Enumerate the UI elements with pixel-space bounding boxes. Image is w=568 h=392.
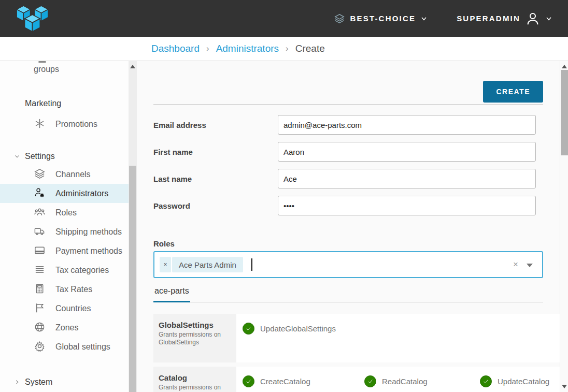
- password-field[interactable]: [278, 196, 536, 215]
- password-label: Password: [153, 201, 278, 210]
- username: SUPERADMIN: [457, 14, 520, 23]
- nav-label: Administrators: [55, 189, 108, 198]
- nav-label: Countries: [55, 304, 91, 313]
- checked-toggle-icon[interactable]: [480, 375, 492, 387]
- clear-selection-icon[interactable]: ×: [513, 259, 518, 270]
- nav-label: Promotions: [55, 120, 97, 128]
- sidebar-item-promotions[interactable]: Promotions: [0, 114, 129, 134]
- nav-label: Channels: [55, 170, 91, 179]
- email-field[interactable]: [278, 115, 536, 135]
- checked-toggle-icon[interactable]: [243, 375, 254, 387]
- sidebar-item-shipping-methods[interactable]: Shipping methods: [0, 222, 129, 241]
- dropdown-arrow-icon[interactable]: [527, 264, 533, 267]
- section-system[interactable]: System: [0, 377, 129, 387]
- form-row-first-name: First name: [153, 142, 543, 162]
- main-scrollbar-thumb[interactable]: [561, 70, 568, 155]
- sidebar-item-global-settings[interactable]: Global settings: [0, 337, 129, 356]
- breadcrumb-current: Create: [295, 43, 325, 54]
- chevron-down-icon: [545, 15, 552, 22]
- permission-update-catalog: UpdateCatalog: [480, 375, 560, 387]
- scroll-up-icon[interactable]: [130, 65, 135, 68]
- divider: [153, 104, 543, 105]
- section-label: System: [25, 378, 52, 386]
- sidebar-item-countries[interactable]: Countries: [0, 299, 129, 318]
- flag-icon: [34, 302, 46, 314]
- chevron-down-icon: [13, 153, 21, 160]
- chevron-down-icon: [420, 15, 428, 22]
- channel-switcher[interactable]: BEST-CHOICE: [334, 13, 428, 24]
- last-name-field[interactable]: [278, 169, 536, 188]
- sidebar-scrollbar[interactable]: [129, 61, 137, 392]
- truck-icon: [34, 225, 46, 237]
- breadcrumb: Dashboard › Administrators › Create: [0, 37, 568, 61]
- sidebar-scrollbar-thumb[interactable]: [129, 166, 136, 392]
- permission-items-cell: UpdateGlobalSettings: [236, 314, 560, 362]
- channel-layers-icon: [334, 13, 345, 24]
- text-caret: [251, 258, 252, 271]
- breadcrumb-separator: ›: [206, 43, 209, 54]
- breadcrumb-dashboard[interactable]: Dashboard: [151, 43, 200, 54]
- sidebar-item-zones[interactable]: Zones: [0, 318, 129, 337]
- nav-label: Roles: [55, 208, 77, 217]
- permission-items-cell: CreateCatalog ReadCatalog UpdateCatalog: [236, 367, 560, 392]
- tab-ace-parts[interactable]: ace-parts: [153, 286, 190, 302]
- permission-row-globalsettings: GlobalSettings Grants permissions on Glo…: [153, 314, 543, 362]
- permission-group-description: Grants permissions on Products, Facets: [159, 384, 231, 392]
- checked-toggle-icon[interactable]: [364, 375, 376, 387]
- scroll-down-icon[interactable]: [562, 385, 567, 388]
- roles-multiselect[interactable]: × Ace Parts Admin ×: [153, 251, 543, 278]
- permission-label: UpdateCatalog: [498, 377, 549, 386]
- nav-label: Global settings: [55, 342, 110, 351]
- permission-read-catalog: ReadCatalog: [364, 375, 480, 387]
- user-icon: [525, 11, 541, 26]
- sidebar-item-payment-methods[interactable]: Payment methods: [0, 241, 129, 260]
- nav-label: Tax categories: [55, 266, 109, 274]
- first-name-label: First name: [153, 148, 278, 156]
- remove-role-icon[interactable]: ×: [160, 257, 171, 272]
- section-label: Settings: [25, 152, 55, 161]
- section-label: Marketing: [25, 99, 61, 108]
- main-scrollbar[interactable]: [560, 61, 568, 392]
- nav-label: Payment methods: [55, 246, 122, 255]
- permission-create-catalog: CreateCatalog: [243, 375, 364, 387]
- permission-label: UpdateGlobalSettings: [260, 324, 336, 333]
- chevron-right-icon: [13, 379, 21, 386]
- checked-toggle-icon[interactable]: [243, 323, 254, 335]
- permission-row-catalog: Catalog Grants permissions on Products, …: [153, 367, 543, 392]
- clipped-icon: [38, 61, 46, 63]
- breadcrumb-administrators[interactable]: Administrators: [216, 43, 279, 54]
- roles-label: Roles: [153, 239, 543, 248]
- globe-icon: [34, 321, 46, 333]
- section-marketing[interactable]: Marketing: [0, 98, 129, 109]
- permission-group-title: GlobalSettings: [159, 321, 231, 329]
- vendure-logo-icon: [13, 4, 53, 33]
- permission-label: CreateCatalog: [260, 377, 310, 386]
- sidebar-item-customer-groups-clipped[interactable]: groups: [0, 63, 129, 76]
- last-name-label: Last name: [153, 175, 278, 183]
- asterisk-icon: [34, 118, 46, 129]
- role-chip-label: Ace Parts Admin: [172, 257, 243, 272]
- sidebar-item-administrators[interactable]: Administrators: [0, 184, 129, 203]
- create-button[interactable]: CREATE: [483, 81, 543, 103]
- form-row-last-name: Last name: [153, 169, 543, 188]
- nav-label: Shipping methods: [55, 227, 122, 236]
- sidebar-item-channels[interactable]: Channels: [0, 165, 129, 184]
- section-settings[interactable]: Settings: [0, 151, 129, 162]
- breadcrumb-separator: ›: [286, 43, 289, 54]
- nav-label: Tax Rates: [55, 285, 92, 294]
- sidebar-item-roles[interactable]: Roles: [0, 203, 129, 222]
- sidebar-item-tax-rates[interactable]: Tax Rates: [0, 280, 129, 299]
- users-icon: [34, 206, 46, 218]
- layers-icon: [34, 168, 46, 180]
- gear-icon: [34, 340, 46, 352]
- nav-label: Zones: [55, 323, 78, 332]
- email-label: Email address: [153, 121, 278, 129]
- permissions-table: GlobalSettings Grants permissions on Glo…: [153, 314, 543, 392]
- sidebar-item-tax-categories[interactable]: Tax categories: [0, 260, 129, 280]
- scroll-up-icon[interactable]: [562, 65, 567, 68]
- administrator-icon: [34, 187, 46, 199]
- first-name-field[interactable]: [278, 142, 536, 162]
- form-row-email: Email address: [153, 115, 543, 135]
- sidebar-nav: groups Marketing Promotions Settings Cha…: [0, 61, 129, 392]
- user-menu[interactable]: SUPERADMIN: [457, 11, 552, 26]
